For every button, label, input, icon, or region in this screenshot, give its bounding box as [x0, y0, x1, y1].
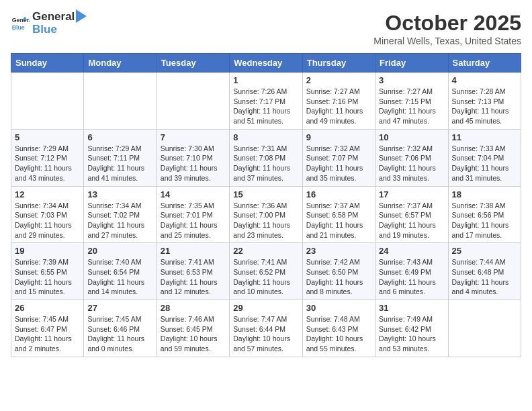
day-info: Sunrise: 7:26 AM Sunset: 7:17 PM Dayligh… — [233, 87, 298, 126]
calendar-cell: 24Sunrise: 7:43 AM Sunset: 6:49 PM Dayli… — [375, 243, 448, 300]
day-number: 15 — [233, 189, 298, 199]
calendar-cell: 26Sunrise: 7:45 AM Sunset: 6:47 PM Dayli… — [11, 300, 84, 357]
calendar-cell: 30Sunrise: 7:48 AM Sunset: 6:43 PM Dayli… — [302, 300, 375, 357]
day-info: Sunrise: 7:38 AM Sunset: 6:56 PM Dayligh… — [452, 201, 517, 240]
calendar-cell: 15Sunrise: 7:36 AM Sunset: 7:00 PM Dayli… — [230, 186, 302, 243]
day-info: Sunrise: 7:36 AM Sunset: 7:00 PM Dayligh… — [233, 201, 298, 240]
calendar-header-row: SundayMondayTuesdayWednesdayThursdayFrid… — [11, 54, 521, 73]
calendar-cell: 4Sunrise: 7:28 AM Sunset: 7:13 PM Daylig… — [448, 73, 521, 130]
weekday-header: Wednesday — [230, 54, 302, 73]
day-info: Sunrise: 7:40 AM Sunset: 6:54 PM Dayligh… — [87, 257, 152, 297]
calendar-cell: 19Sunrise: 7:39 AM Sunset: 6:55 PM Dayli… — [11, 243, 84, 300]
calendar-cell: 9Sunrise: 7:32 AM Sunset: 7:07 PM Daylig… — [302, 129, 375, 186]
day-number: 6 — [87, 132, 152, 142]
calendar-cell: 10Sunrise: 7:32 AM Sunset: 7:06 PM Dayli… — [375, 129, 448, 186]
day-number: 27 — [87, 303, 152, 313]
day-info: Sunrise: 7:31 AM Sunset: 7:08 PM Dayligh… — [233, 144, 298, 183]
day-info: Sunrise: 7:43 AM Sunset: 6:49 PM Dayligh… — [379, 257, 444, 297]
calendar-cell: 31Sunrise: 7:49 AM Sunset: 6:42 PM Dayli… — [375, 300, 448, 357]
day-info: Sunrise: 7:49 AM Sunset: 6:42 PM Dayligh… — [379, 314, 444, 354]
calendar-cell: 29Sunrise: 7:47 AM Sunset: 6:44 PM Dayli… — [230, 300, 302, 357]
page-header: General Blue General Blue October 2025 M… — [11, 11, 521, 46]
day-info: Sunrise: 7:30 AM Sunset: 7:10 PM Dayligh… — [161, 144, 226, 183]
day-info: Sunrise: 7:47 AM Sunset: 6:44 PM Dayligh… — [233, 314, 298, 354]
weekday-header: Monday — [84, 54, 157, 73]
calendar-cell — [448, 300, 521, 357]
calendar-cell: 5Sunrise: 7:29 AM Sunset: 7:12 PM Daylig… — [11, 129, 84, 186]
calendar-cell: 21Sunrise: 7:41 AM Sunset: 6:53 PM Dayli… — [157, 243, 229, 300]
day-number: 26 — [15, 303, 80, 313]
svg-text:General: General — [12, 17, 30, 24]
calendar-cell: 8Sunrise: 7:31 AM Sunset: 7:08 PM Daylig… — [230, 129, 302, 186]
day-info: Sunrise: 7:32 AM Sunset: 7:07 PM Dayligh… — [306, 144, 371, 183]
day-info: Sunrise: 7:27 AM Sunset: 7:15 PM Dayligh… — [379, 87, 444, 126]
day-number: 19 — [15, 246, 80, 256]
calendar-cell: 2Sunrise: 7:27 AM Sunset: 7:16 PM Daylig… — [302, 73, 375, 130]
day-number: 20 — [87, 246, 152, 256]
day-info: Sunrise: 7:27 AM Sunset: 7:16 PM Dayligh… — [306, 87, 371, 126]
calendar-cell: 12Sunrise: 7:34 AM Sunset: 7:03 PM Dayli… — [11, 186, 84, 243]
svg-marker-3 — [76, 9, 87, 23]
calendar-cell: 22Sunrise: 7:41 AM Sunset: 6:52 PM Dayli… — [230, 243, 302, 300]
day-number: 28 — [161, 303, 226, 313]
calendar-cell: 7Sunrise: 7:30 AM Sunset: 7:10 PM Daylig… — [157, 129, 229, 186]
day-number: 18 — [452, 189, 517, 199]
day-info: Sunrise: 7:29 AM Sunset: 7:11 PM Dayligh… — [87, 144, 152, 183]
calendar-cell — [11, 73, 84, 130]
day-number: 7 — [161, 132, 226, 142]
day-number: 9 — [306, 132, 371, 142]
month-title: October 2025 — [373, 11, 521, 36]
day-info: Sunrise: 7:28 AM Sunset: 7:13 PM Dayligh… — [452, 87, 517, 126]
day-number: 29 — [233, 303, 298, 313]
day-info: Sunrise: 7:34 AM Sunset: 7:02 PM Dayligh… — [87, 201, 152, 240]
calendar-cell: 13Sunrise: 7:34 AM Sunset: 7:02 PM Dayli… — [84, 186, 157, 243]
calendar-cell: 27Sunrise: 7:45 AM Sunset: 6:46 PM Dayli… — [84, 300, 157, 357]
calendar-cell — [84, 73, 157, 130]
day-info: Sunrise: 7:34 AM Sunset: 7:03 PM Dayligh… — [15, 201, 80, 240]
weekday-header: Tuesday — [157, 54, 229, 73]
svg-text:Blue: Blue — [12, 24, 25, 30]
day-info: Sunrise: 7:32 AM Sunset: 7:06 PM Dayligh… — [379, 144, 444, 183]
day-info: Sunrise: 7:35 AM Sunset: 7:01 PM Dayligh… — [161, 201, 226, 240]
calendar-cell: 18Sunrise: 7:38 AM Sunset: 6:56 PM Dayli… — [448, 186, 521, 243]
day-info: Sunrise: 7:41 AM Sunset: 6:52 PM Dayligh… — [233, 257, 298, 297]
day-info: Sunrise: 7:44 AM Sunset: 6:48 PM Dayligh… — [452, 257, 517, 297]
day-info: Sunrise: 7:39 AM Sunset: 6:55 PM Dayligh… — [15, 257, 80, 297]
calendar-cell: 17Sunrise: 7:37 AM Sunset: 6:57 PM Dayli… — [375, 186, 448, 243]
day-number: 21 — [161, 246, 226, 256]
calendar-cell: 11Sunrise: 7:33 AM Sunset: 7:04 PM Dayli… — [448, 129, 521, 186]
day-number: 2 — [306, 75, 371, 85]
weekday-header: Thursday — [302, 54, 375, 73]
day-number: 23 — [306, 246, 371, 256]
calendar-cell: 20Sunrise: 7:40 AM Sunset: 6:54 PM Dayli… — [84, 243, 157, 300]
calendar-cell: 6Sunrise: 7:29 AM Sunset: 7:11 PM Daylig… — [84, 129, 157, 186]
day-info: Sunrise: 7:33 AM Sunset: 7:04 PM Dayligh… — [452, 144, 517, 183]
day-info: Sunrise: 7:45 AM Sunset: 6:46 PM Dayligh… — [87, 314, 152, 354]
logo-text: General Blue — [32, 11, 87, 36]
calendar-cell: 3Sunrise: 7:27 AM Sunset: 7:15 PM Daylig… — [375, 73, 448, 130]
calendar-week-row: 5Sunrise: 7:29 AM Sunset: 7:12 PM Daylig… — [11, 129, 521, 186]
calendar-cell: 25Sunrise: 7:44 AM Sunset: 6:48 PM Dayli… — [448, 243, 521, 300]
logo-blue: Blue — [32, 24, 87, 36]
day-info: Sunrise: 7:46 AM Sunset: 6:45 PM Dayligh… — [161, 314, 226, 354]
day-info: Sunrise: 7:37 AM Sunset: 6:58 PM Dayligh… — [306, 201, 371, 240]
weekday-header: Saturday — [448, 54, 521, 73]
day-number: 4 — [452, 75, 517, 85]
calendar-week-row: 26Sunrise: 7:45 AM Sunset: 6:47 PM Dayli… — [11, 300, 521, 357]
day-number: 24 — [379, 246, 444, 256]
calendar-cell: 23Sunrise: 7:42 AM Sunset: 6:50 PM Dayli… — [302, 243, 375, 300]
weekday-header: Sunday — [11, 54, 84, 73]
weekday-header: Friday — [375, 54, 448, 73]
day-number: 13 — [87, 189, 152, 199]
title-area: October 2025 Mineral Wells, Texas, Unite… — [373, 11, 521, 46]
day-number: 31 — [379, 303, 444, 313]
calendar-cell: 16Sunrise: 7:37 AM Sunset: 6:58 PM Dayli… — [302, 186, 375, 243]
logo-arrow-icon — [76, 9, 87, 23]
calendar-cell: 1Sunrise: 7:26 AM Sunset: 7:17 PM Daylig… — [230, 73, 302, 130]
day-number: 30 — [306, 303, 371, 313]
day-info: Sunrise: 7:29 AM Sunset: 7:12 PM Dayligh… — [15, 144, 80, 183]
day-number: 3 — [379, 75, 444, 85]
day-number: 16 — [306, 189, 371, 199]
day-number: 5 — [15, 132, 80, 142]
day-number: 12 — [15, 189, 80, 199]
